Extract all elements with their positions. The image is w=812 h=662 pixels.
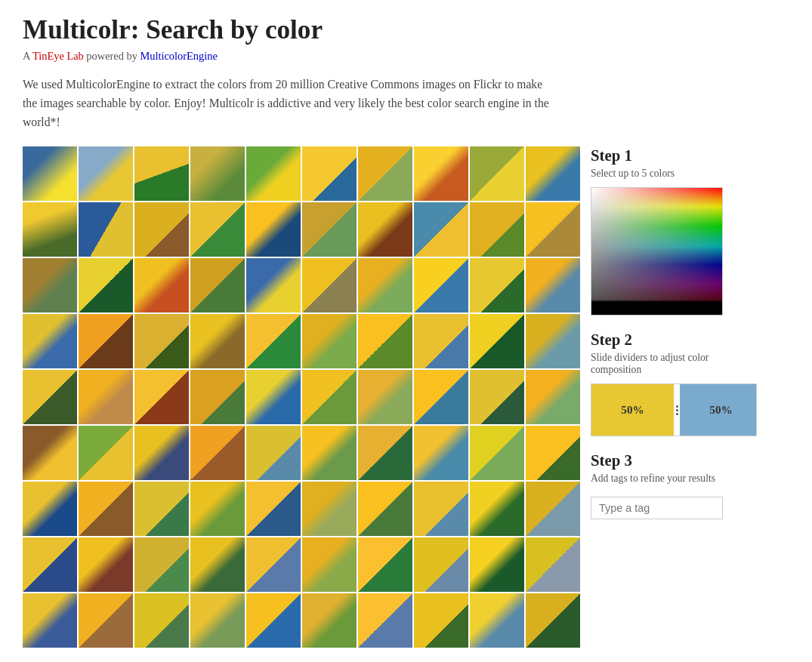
grid-cell[interactable]: [246, 593, 301, 648]
grid-cell[interactable]: [134, 537, 189, 592]
grid-cell[interactable]: [358, 146, 412, 201]
grid-cell[interactable]: [358, 593, 412, 648]
grid-cell[interactable]: [470, 258, 524, 313]
grid-cell[interactable]: [190, 593, 245, 648]
color-bars[interactable]: 50% 50%: [591, 383, 757, 436]
engine-link[interactable]: MulticolorEngine: [140, 50, 218, 62]
grid-cell[interactable]: [358, 202, 412, 257]
grid-cell[interactable]: [526, 370, 580, 424]
grid-cell[interactable]: [470, 370, 524, 424]
grid-cell[interactable]: [526, 593, 580, 648]
divider-handle[interactable]: [674, 384, 680, 436]
grid-cell[interactable]: [302, 426, 357, 480]
grid-cell[interactable]: [358, 426, 412, 480]
grid-cell[interactable]: [414, 258, 468, 313]
grid-cell[interactable]: [414, 370, 468, 424]
grid-cell[interactable]: [414, 593, 468, 648]
grid-cell[interactable]: [470, 426, 524, 480]
grid-cell[interactable]: [526, 202, 580, 257]
grid-cell[interactable]: [526, 258, 580, 313]
grid-cell[interactable]: [302, 202, 357, 257]
grid-cell[interactable]: [190, 314, 245, 368]
grid-cell[interactable]: [190, 370, 245, 424]
grid-cell[interactable]: [302, 482, 357, 536]
grid-cell[interactable]: [79, 258, 133, 313]
grid-cell[interactable]: [526, 146, 580, 201]
grid-cell[interactable]: [302, 370, 357, 424]
grid-cell[interactable]: [302, 537, 357, 592]
grid-cell[interactable]: [190, 537, 245, 592]
grid-cell[interactable]: [358, 482, 412, 536]
grid-cell[interactable]: [526, 482, 580, 536]
grid-cell[interactable]: [79, 370, 133, 424]
tag-input[interactable]: [591, 497, 723, 519]
grid-cell[interactable]: [134, 146, 189, 201]
grid-cell[interactable]: [414, 202, 468, 257]
grid-cell[interactable]: [246, 314, 301, 368]
grid-cell[interactable]: [302, 258, 357, 313]
grid-cell[interactable]: [358, 370, 412, 424]
grid-cell[interactable]: [23, 370, 77, 424]
grid-cell[interactable]: [23, 314, 77, 368]
grid-cell[interactable]: [23, 482, 77, 536]
color-picker-inner[interactable]: [591, 188, 722, 315]
color-bar-yellow[interactable]: 50%: [591, 384, 674, 436]
grid-cell[interactable]: [134, 593, 189, 648]
grid-cell[interactable]: [79, 593, 133, 648]
tineye-link[interactable]: TinEye Lab: [32, 50, 84, 62]
grid-cell[interactable]: [358, 258, 412, 313]
grid-cell[interactable]: [190, 482, 245, 536]
grid-cell[interactable]: [414, 482, 468, 536]
grid-cell[interactable]: [79, 426, 133, 480]
grid-cell[interactable]: [470, 482, 524, 536]
grid-cell[interactable]: [79, 482, 133, 536]
grid-cell[interactable]: [358, 537, 412, 592]
grid-cell[interactable]: [302, 314, 357, 368]
grid-cell[interactable]: [190, 258, 245, 313]
grid-cell[interactable]: [470, 537, 524, 592]
grid-cell[interactable]: [246, 370, 301, 424]
grid-cell[interactable]: [414, 426, 468, 480]
grid-cell[interactable]: [190, 202, 245, 257]
grid-cell[interactable]: [470, 593, 524, 648]
grid-cell[interactable]: [134, 314, 189, 368]
grid-cell[interactable]: [526, 314, 580, 368]
grid-cell[interactable]: [246, 146, 301, 201]
grid-cell[interactable]: [79, 146, 133, 201]
grid-cell[interactable]: [414, 146, 468, 201]
grid-cell[interactable]: [414, 537, 468, 592]
color-picker[interactable]: [591, 187, 723, 316]
grid-cell[interactable]: [23, 146, 77, 201]
grid-cell[interactable]: [246, 537, 301, 592]
grid-cell[interactable]: [246, 482, 301, 536]
grid-cell[interactable]: [470, 202, 524, 257]
divider-dot: [676, 409, 678, 411]
grid-cell[interactable]: [190, 146, 245, 201]
grid-cell[interactable]: [23, 202, 77, 257]
grid-cell[interactable]: [358, 314, 412, 368]
grid-cell[interactable]: [134, 202, 189, 257]
grid-cell[interactable]: [134, 426, 189, 480]
grid-cell[interactable]: [134, 482, 189, 536]
grid-cell[interactable]: [23, 593, 77, 648]
color-bar-blue[interactable]: 50%: [680, 384, 757, 436]
grid-cell[interactable]: [470, 146, 524, 201]
grid-cell[interactable]: [79, 537, 133, 592]
grid-cell[interactable]: [246, 202, 301, 257]
grid-cell[interactable]: [190, 426, 245, 480]
grid-cell[interactable]: [134, 258, 189, 313]
grid-cell[interactable]: [302, 146, 357, 201]
grid-cell[interactable]: [23, 258, 77, 313]
grid-cell[interactable]: [246, 258, 301, 313]
grid-cell[interactable]: [526, 537, 580, 592]
grid-cell[interactable]: [246, 426, 301, 480]
grid-cell[interactable]: [23, 537, 77, 592]
grid-cell[interactable]: [470, 314, 524, 368]
grid-cell[interactable]: [134, 370, 189, 424]
grid-cell[interactable]: [526, 426, 580, 480]
grid-cell[interactable]: [302, 593, 357, 648]
grid-cell[interactable]: [414, 314, 468, 368]
grid-cell[interactable]: [23, 426, 77, 480]
grid-cell[interactable]: [79, 202, 133, 257]
grid-cell[interactable]: [79, 314, 133, 368]
